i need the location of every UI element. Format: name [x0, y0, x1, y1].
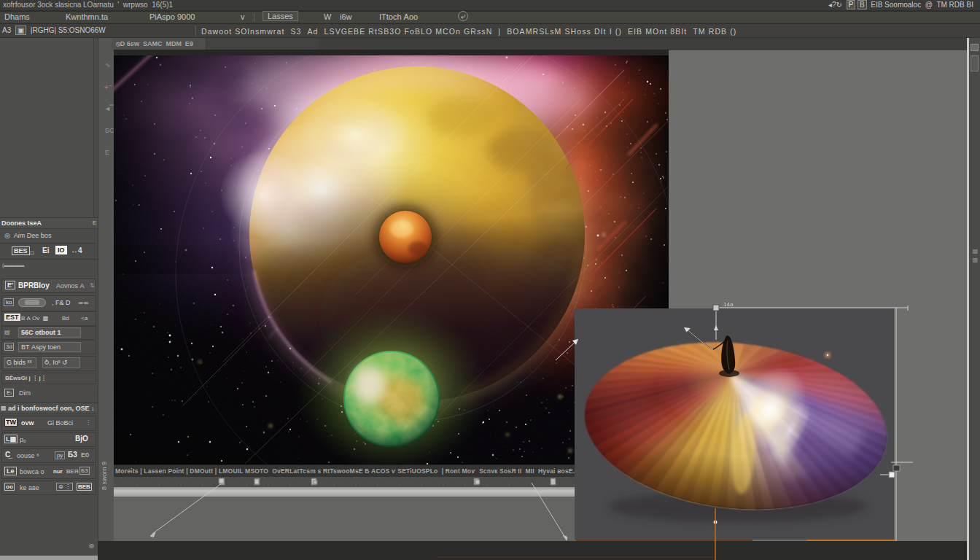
svg-text:14a: 14a	[723, 301, 734, 308]
